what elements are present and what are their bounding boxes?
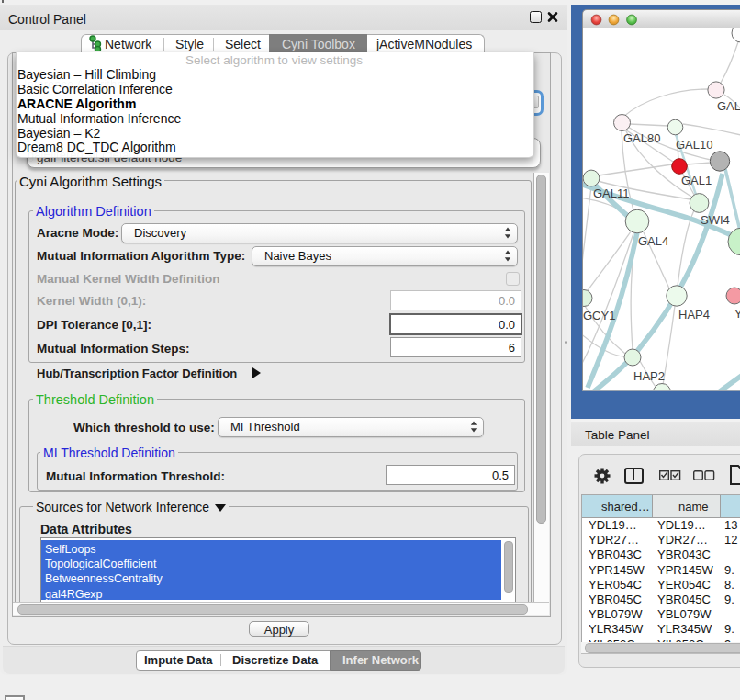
svg-text:GAL2: GAL2 — [717, 99, 740, 113]
svg-text:GAL11: GAL11 — [593, 186, 630, 200]
svg-text:HAP4: HAP4 — [678, 308, 710, 322]
svg-text:SWI4: SWI4 — [701, 213, 730, 227]
svg-text:GAL1: GAL1 — [681, 174, 712, 187]
svg-text:GAL10: GAL10 — [676, 138, 712, 152]
svg-text:GAL80: GAL80 — [623, 131, 660, 145]
svg-text:GCY1: GCY1 — [583, 309, 615, 322]
svg-text:HAP2: HAP2 — [633, 369, 665, 383]
svg-text:GAL4: GAL4 — [638, 234, 668, 248]
svg-text:Y: Y — [734, 307, 740, 321]
